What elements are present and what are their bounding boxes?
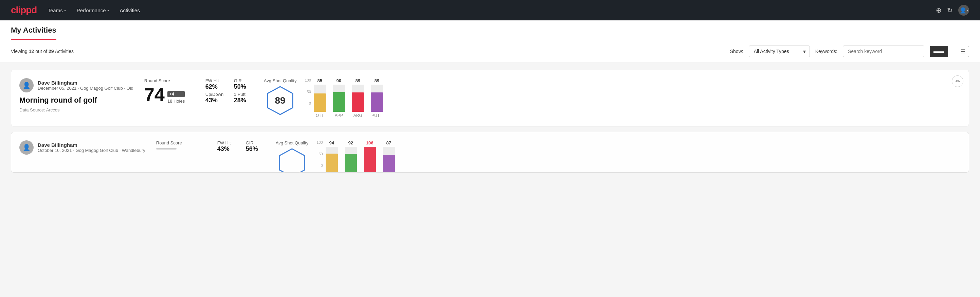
view-toggle: ▬▬ ⁣⁣ ☰	[930, 46, 969, 57]
score-placeholder-2	[156, 148, 177, 150]
score-holes-1: 18 Holes	[167, 99, 185, 104]
view-list-button[interactable]: ☰	[957, 46, 969, 57]
view-grid-button[interactable]: ⁣⁣	[949, 46, 956, 57]
card-left-2: 👤 Dave Billingham October 16, 2021 · Gog…	[19, 141, 145, 164]
edit-button-1[interactable]: ✏	[952, 75, 963, 87]
avatar-chevron: ▾	[966, 8, 968, 12]
user-avatar[interactable]: 👤 ▾	[958, 5, 969, 16]
quality-section-1: Avg Shot Quality 89 100 50 0	[264, 78, 961, 118]
stat-fw-hit-label: FW Hit 62%	[205, 78, 224, 90]
stat-gir-label: GIR 50%	[234, 78, 253, 90]
bar-label-putt: PUTT	[371, 113, 382, 118]
bar-label-app: APP	[335, 113, 343, 118]
bar-col-arg-1: 89 ARG	[352, 78, 364, 118]
bar-track-app-2	[345, 147, 357, 172]
user-name-2: Dave Billingham	[38, 142, 145, 148]
filter-bar: Viewing 12 out of 29 Activities Show: Al…	[0, 40, 980, 63]
bar-col-arg-2: 106 ARG	[364, 141, 376, 172]
bar-col-putt-2: 87 PUTT	[383, 141, 395, 172]
round-score-block-2: Round Score	[156, 141, 204, 150]
navbar-left: clippd Teams ▾ Performance ▾ Activities	[11, 5, 140, 16]
activity-type-wrapper[interactable]: All Activity Types	[749, 46, 810, 57]
teams-chevron-icon: ▾	[64, 8, 66, 12]
user-info-2: Dave Billingham October 16, 2021 · Gog M…	[38, 142, 145, 153]
activity-type-select[interactable]: All Activity Types	[749, 46, 810, 57]
activity-card-2: 👤 Dave Billingham October 16, 2021 · Gog…	[11, 132, 969, 172]
avg-shot-quality-label-2: Avg Shot Quality	[276, 141, 309, 145]
score-badge-1: +4	[167, 91, 185, 97]
user-date-1: December 05, 2021 · Gog Magog Golf Club …	[38, 86, 134, 91]
bar-col-putt-1: 89 PUTT	[371, 78, 383, 118]
avatar-icon: 👤	[959, 7, 966, 14]
navbar-right: ⊕ ↻ 👤 ▾	[936, 5, 969, 16]
bar-value-arg: 89	[356, 78, 360, 83]
performance-chevron-icon: ▾	[107, 8, 109, 12]
bar-chart-2: 100 50 0 94 OTT 92	[317, 141, 395, 172]
bar-track-arg-2	[364, 147, 376, 172]
svg-marker-1	[280, 149, 305, 172]
bar-value-putt: 89	[375, 78, 379, 83]
bar-value-ott: 85	[318, 78, 322, 83]
bar-cols-1: 85 OTT 90 APP	[314, 78, 383, 118]
stats-grid-1: FW Hit 62% GIR 50% Up/Down 43% 1 Putt 28…	[205, 78, 253, 104]
bar-col-ott-1: 85 OTT	[314, 78, 326, 118]
logo[interactable]: clippd	[11, 5, 37, 16]
viewing-text: Viewing 12 out of 29 Activities	[11, 49, 725, 54]
bar-track-arg	[352, 85, 364, 112]
bar-col-app-1: 90 APP	[333, 78, 345, 118]
nav-item-teams[interactable]: Teams ▾	[48, 6, 65, 14]
hex-number-1: 89	[275, 95, 286, 106]
activity-title-1: Morning round of golf	[19, 96, 134, 105]
navbar: clippd Teams ▾ Performance ▾ Activities …	[0, 0, 980, 21]
score-big-1: 74	[144, 85, 165, 104]
bar-track-ott	[314, 85, 326, 112]
hex-container-1: 89	[265, 85, 296, 116]
user-name-1: Dave Billingham	[38, 80, 134, 86]
stat2-fw-hit: FW Hit 43%	[217, 141, 236, 153]
view-compact-button[interactable]: ▬▬	[930, 46, 948, 57]
nav-item-performance[interactable]: Performance ▾	[77, 6, 109, 14]
stat2-gir: GIR 56%	[246, 141, 265, 153]
add-icon[interactable]: ⊕	[936, 6, 942, 14]
bar-track-app	[333, 85, 345, 112]
bar-cols-2: 94 OTT 92 APP 106	[326, 141, 395, 172]
page-title: My Activities	[11, 26, 56, 40]
quality-section-2: Avg Shot Quality 100 50 0 94	[276, 141, 961, 164]
user-row-2: 👤 Dave Billingham October 16, 2021 · Gog…	[19, 141, 145, 155]
keyword-input[interactable]	[843, 46, 924, 57]
refresh-icon[interactable]: ↻	[947, 6, 953, 14]
card-left-1: 👤 Dave Billingham December 05, 2021 · Go…	[19, 78, 134, 118]
bar-track-putt-2	[383, 147, 395, 172]
bar-label-arg: ARG	[353, 113, 362, 118]
round-score-label-1: Round Score	[144, 78, 192, 83]
user-info-1: Dave Billingham December 05, 2021 · Gog …	[38, 80, 134, 91]
chart-y-labels-1: 100 50 0	[305, 78, 311, 105]
user-avatar-1: 👤	[19, 78, 33, 93]
score-meta-1: +4 18 Holes	[167, 91, 185, 104]
stat-updown-label: Up/Down 43%	[205, 92, 224, 104]
bar-col-ott-2: 94 OTT	[326, 141, 338, 172]
bar-track-ott-2	[326, 147, 338, 172]
hex-container-2	[277, 147, 307, 172]
bar-col-app-2: 92 APP	[345, 141, 357, 172]
quality-hex-block-2: Avg Shot Quality	[276, 141, 309, 172]
avg-shot-quality-label-1: Avg Shot Quality	[264, 78, 297, 83]
avatar-person-icon-2: 👤	[23, 144, 30, 151]
user-avatar-2: 👤	[19, 141, 33, 155]
bar-value-app: 90	[337, 78, 341, 83]
score-section-1: Round Score 74 +4 18 Holes FW Hit 62% GI…	[144, 78, 253, 118]
bar-fill-ott	[314, 93, 326, 112]
bar-track-putt	[371, 85, 383, 112]
bar-label-ott: OTT	[316, 113, 324, 118]
bar-chart-1: 100 50 0 85 OTT 90	[305, 78, 383, 118]
avatar-person-icon: 👤	[23, 81, 30, 89]
quality-hex-block-1: Avg Shot Quality 89	[264, 78, 297, 117]
nav-item-activities[interactable]: Activities	[120, 6, 140, 14]
score-number-row-1: 74 +4 18 Holes	[144, 85, 192, 104]
show-label: Show:	[730, 49, 743, 54]
stat-1putt-label: 1 Putt 28%	[234, 92, 253, 104]
score-section-2: Round Score FW Hit 43% GIR 56%	[156, 141, 265, 164]
keywords-label: Keywords:	[815, 49, 837, 54]
chart-y-labels-2: 100 50 0	[317, 141, 323, 168]
page-header: My Activities	[0, 21, 980, 40]
